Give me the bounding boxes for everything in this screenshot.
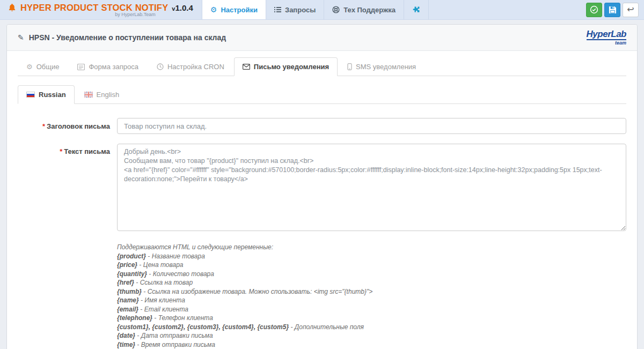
tab-cron[interactable]: Настройка CRON	[148, 57, 233, 76]
body-label: *Текст письма	[18, 144, 117, 155]
puzzle-icon	[412, 6, 420, 13]
uk-flag-icon	[84, 92, 93, 98]
tab-lang-russian[interactable]: Russian	[18, 85, 75, 104]
topbar-tab-settings[interactable]: ⚙ Настройки	[202, 0, 266, 19]
variable-name: {name}	[117, 296, 139, 304]
mobile-icon	[347, 63, 352, 70]
help-lines: {product} - Название товара{price} - Цен…	[117, 252, 626, 349]
variable-description: - Цена товара	[137, 261, 184, 269]
topbar: HYPER PRODUCT STOCK NOTIFY v1.0.4 by Hyp…	[0, 0, 644, 20]
language-tabs: Russian English	[18, 85, 626, 104]
variable-name: {product}	[117, 253, 146, 260]
variable-description: - Ссылка на изображение товара. Можно сп…	[142, 288, 372, 295]
variable-name: {time}	[117, 341, 135, 348]
required-mark: *	[60, 147, 62, 155]
hyperlab-logo: HyperLab team	[587, 29, 626, 46]
clock-icon	[157, 63, 164, 70]
variable-name: {quantity}	[117, 270, 147, 278]
russia-flag-icon	[26, 92, 35, 98]
panel-heading: ✎ HPSN - Уведомление о поступлении товар…	[7, 25, 637, 51]
help-line: {telephone} - Телефон клиента	[117, 314, 626, 323]
variable-description: - Дополнительные поля	[289, 323, 364, 331]
variable-description: - Ссылка на товар	[134, 279, 193, 286]
variable-description: - Телефон клиента	[152, 314, 213, 322]
variable-name: {price}	[117, 261, 137, 269]
topbar-tab-support[interactable]: Тех Поддержка	[324, 0, 404, 19]
tab-email-notification[interactable]: Письмо уведомления	[234, 57, 338, 76]
variable-description: - Название товара	[146, 253, 205, 260]
gear-icon: ⚙	[210, 6, 217, 13]
help-line: {custom1}, {custom2}, {custom3}, {custom…	[117, 323, 626, 332]
save-button[interactable]	[604, 3, 620, 17]
subject-label: *Заголовок письма	[18, 122, 117, 130]
email-form: *Заголовок письма *Текст письма Добрый д…	[18, 118, 626, 349]
subject-input[interactable]	[117, 118, 626, 134]
list-icon	[274, 6, 281, 13]
help-line: {quantity} - Количество товара	[117, 270, 626, 279]
variable-name: {custom1}, {custom2}, {custom3}, {custom…	[117, 323, 289, 331]
panel-body: ⚙ Общие Форма запроса Настройка CRON	[7, 51, 637, 349]
variable-name: {date}	[117, 332, 135, 339]
help-line: {product} - Название товара	[117, 252, 626, 261]
topbar-tab-modules[interactable]	[404, 0, 429, 19]
help-intro: Поддерживаются HTML и следующие переменн…	[117, 243, 626, 252]
envelope-icon	[243, 64, 250, 70]
variable-name: {thumb}	[117, 288, 142, 295]
app-byline: by HyperLab.Team	[115, 12, 193, 17]
subject-row: *Заголовок письма	[18, 118, 626, 134]
reply-arrow-icon: ↩	[627, 5, 634, 14]
variable-description: - Email клиента	[138, 306, 188, 313]
variables-help: Поддерживаются HTML и следующие переменн…	[117, 243, 626, 349]
body-textarea[interactable]: Добрый день.<br> Сообщаем вам, что товар…	[117, 144, 626, 231]
floppy-icon	[609, 6, 617, 14]
help-line: {price} - Цена товара	[117, 261, 626, 270]
tab-lang-english[interactable]: English	[76, 85, 128, 104]
tab-general[interactable]: ⚙ Общие	[18, 57, 68, 76]
gear-icon: ⚙	[26, 63, 33, 71]
variable-description: - Имя клиента	[139, 296, 185, 304]
apply-button[interactable]	[586, 3, 602, 17]
settings-panel: ✎ HPSN - Уведомление о поступлении товар…	[6, 24, 638, 349]
help-line: {href} - Ссылка на товар	[117, 278, 626, 287]
topbar-actions: ↩	[586, 0, 644, 19]
topbar-tabs: ⚙ Настройки Запросы Тех Поддержка	[202, 0, 429, 19]
life-ring-icon	[332, 6, 340, 13]
help-line: {thumb} - Ссылка на изображение товара. …	[117, 287, 626, 296]
variable-name: {email}	[117, 306, 138, 313]
section-tabs: ⚙ Общие Форма запроса Настройка CRON	[18, 57, 626, 76]
body-row: *Текст письма Добрый день.<br> Сообщаем …	[18, 144, 626, 233]
help-line: {date} - Дата отправки письма	[117, 331, 626, 340]
help-line: {name} - Имя клиента	[117, 296, 626, 305]
check-circle-icon	[590, 5, 598, 14]
help-line: {time} - Время отправки письма	[117, 340, 626, 349]
required-mark: *	[42, 122, 45, 130]
variable-name: {telephone}	[117, 314, 152, 322]
topbar-tab-requests[interactable]: Запросы	[266, 0, 324, 19]
variable-description: - Количество товара	[147, 270, 214, 278]
app-version: v1.0.4	[172, 3, 193, 12]
tab-sms-notification[interactable]: SMS уведомления	[339, 57, 425, 76]
variable-name: {href}	[117, 279, 134, 286]
page-title: ✎ HPSN - Уведомление о поступлении товар…	[18, 33, 226, 42]
variable-description: - Время отправки письма	[135, 341, 215, 348]
app-brand: HYPER PRODUCT STOCK NOTIFY v1.0.4 by Hyp…	[0, 0, 202, 19]
pencil-icon: ✎	[18, 33, 24, 42]
back-button[interactable]: ↩	[623, 3, 639, 17]
variable-description: - Дата отправки письма	[135, 332, 213, 339]
help-line: {email} - Email клиента	[117, 305, 626, 314]
bell-icon	[8, 3, 17, 12]
form-icon	[77, 64, 85, 70]
tab-request-form[interactable]: Форма запроса	[69, 57, 147, 76]
